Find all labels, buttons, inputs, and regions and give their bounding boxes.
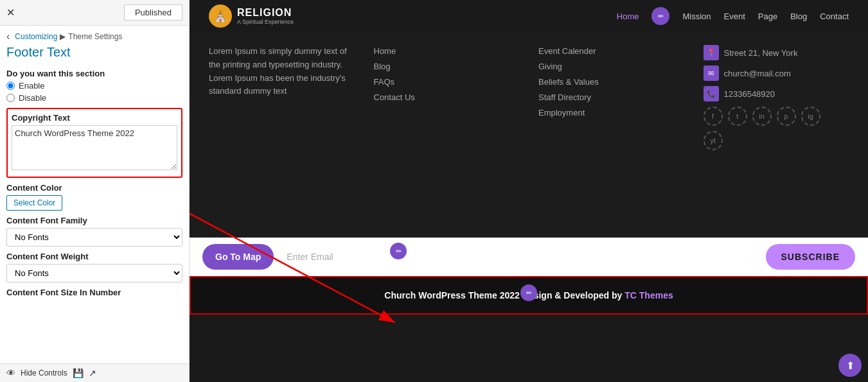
footer-link-home[interactable]: Home bbox=[374, 46, 396, 56]
footer-col-4: 📍 Street 21, New York ✉ church@mail.com … bbox=[704, 45, 849, 150]
twitter-icon[interactable]: t bbox=[728, 107, 747, 126]
hide-controls-bar: 👁 Hide Controls 💾 ↗ bbox=[0, 363, 189, 382]
breadcrumb-customizing[interactable]: Customizing bbox=[15, 32, 57, 41]
list-item: Giving bbox=[538, 60, 684, 72]
contact-email: ✉ church@mail.com bbox=[704, 65, 849, 81]
footer-col-1: Lorem Ipsum is simply dummy text of the … bbox=[209, 45, 355, 150]
external-icon[interactable]: ↗ bbox=[89, 368, 96, 378]
nav-bar: ⛪ RELIGION A Spiritual Experience Home ✏… bbox=[190, 0, 868, 32]
content-font-weight-field: Content Font Weight No Fonts bbox=[6, 252, 182, 282]
save-icon[interactable]: 💾 bbox=[73, 368, 84, 378]
footer-nav-list-1: Home Blog FAQs Contact Us bbox=[374, 45, 520, 103]
pinterest-icon[interactable]: p bbox=[777, 107, 796, 126]
subscribe-section: Go To Map Enter Email SUBSCRIBE bbox=[190, 238, 868, 276]
content-color-label: Content Color bbox=[6, 183, 182, 193]
scroll-up-button[interactable]: ⬆ bbox=[838, 354, 862, 377]
section-enable-label: Do you want this section bbox=[6, 69, 182, 78]
content-font-family-select[interactable]: No Fonts bbox=[6, 228, 182, 247]
footer-link-contact[interactable]: Contact Us bbox=[374, 92, 415, 102]
list-item: Event Calender bbox=[538, 45, 684, 56]
enable-label: Enable bbox=[19, 81, 44, 91]
footer-link-event[interactable]: Event Calender bbox=[538, 46, 596, 56]
phone-icon: 📞 bbox=[704, 86, 719, 101]
email-icon: ✉ bbox=[704, 65, 719, 81]
email-input-area: Enter Email bbox=[274, 252, 765, 262]
footer-link-faqs[interactable]: FAQs bbox=[374, 77, 395, 87]
content-color-field: Content Color Select Color bbox=[6, 183, 182, 211]
list-item: Employment bbox=[538, 107, 684, 118]
linkedin-icon[interactable]: in bbox=[752, 107, 772, 126]
brand-tagline: A Spiritual Experience bbox=[237, 19, 294, 25]
subscribe-edit-pencil[interactable]: ✏ bbox=[390, 243, 407, 259]
youtube-icon[interactable]: yt bbox=[704, 131, 723, 150]
facebook-icon[interactable]: f bbox=[704, 107, 723, 126]
content-font-family-field: Content Font Family No Fonts bbox=[6, 216, 182, 247]
footer-col-3: Event Calender Giving Beliefs & Values S… bbox=[538, 45, 684, 150]
close-icon[interactable]: ✕ bbox=[6, 6, 15, 19]
content-area: Lorem Ipsum is simply dummy text of the … bbox=[190, 32, 868, 382]
footer-cols-row: Lorem Ipsum is simply dummy text of the … bbox=[190, 32, 868, 157]
content-font-family-label: Content Font Family bbox=[6, 216, 182, 225]
content-font-weight-select[interactable]: No Fonts bbox=[6, 264, 182, 282]
select-color-button[interactable]: Select Color bbox=[6, 195, 62, 211]
location-icon: 📍 bbox=[704, 45, 719, 60]
nav-links: Home ✏ Mission Event Page Blog Contact bbox=[617, 7, 849, 25]
breadcrumb-theme-settings: Theme Settings bbox=[68, 32, 122, 41]
footer-col-2: Home Blog FAQs Contact Us bbox=[374, 45, 520, 150]
nav-link-event[interactable]: Event bbox=[724, 12, 745, 21]
disable-radio[interactable] bbox=[6, 94, 15, 102]
footer-link-giving[interactable]: Giving bbox=[538, 62, 562, 71]
footer-wrapper: Lorem Ipsum is simply dummy text of the … bbox=[190, 32, 868, 238]
page-title: Footer Text bbox=[0, 44, 189, 64]
footer-link-staff[interactable]: Staff Directory bbox=[538, 92, 591, 102]
panel-content: Do you want this section Enable Disable … bbox=[0, 64, 189, 305]
nav-edit-pencil[interactable]: ✏ bbox=[651, 7, 669, 25]
footer-link-employment[interactable]: Employment bbox=[538, 108, 585, 117]
list-item: Blog bbox=[374, 60, 520, 72]
nav-link-home[interactable]: Home bbox=[617, 12, 639, 21]
section-enable-field: Do you want this section Enable Disable bbox=[6, 69, 182, 103]
social-icons: f t in p ig bbox=[704, 107, 849, 126]
subscribe-button[interactable]: SUBSCRIBE bbox=[766, 244, 855, 270]
phone-text: 12336548920 bbox=[724, 89, 775, 99]
published-button[interactable]: Published bbox=[124, 4, 182, 21]
logo-icon: ⛪ bbox=[209, 4, 232, 28]
enable-radio-item[interactable]: Enable bbox=[6, 81, 182, 91]
hide-controls-label[interactable]: Hide Controls bbox=[21, 369, 67, 378]
email-placeholder: Enter Email bbox=[287, 252, 333, 262]
copyright-label: Copyright Text bbox=[12, 113, 177, 123]
footer-nav-list-2: Event Calender Giving Beliefs & Values S… bbox=[538, 45, 684, 118]
list-item: Home bbox=[374, 45, 520, 56]
content-font-size-label: Content Font Size In Number bbox=[6, 288, 182, 297]
contact-address: 📍 Street 21, New York bbox=[704, 45, 849, 60]
enable-radio[interactable] bbox=[6, 82, 15, 90]
instagram-icon[interactable]: ig bbox=[801, 107, 820, 126]
breadcrumb: ‹ Customizing ▶ Theme Settings bbox=[0, 26, 189, 44]
content-font-size-field: Content Font Size In Number bbox=[6, 288, 182, 300]
nav-link-contact[interactable]: Contact bbox=[820, 12, 849, 21]
copyright-text-field: Copyright Text Church WordPress Theme 20… bbox=[6, 108, 182, 178]
copyright-edit-pencil[interactable]: ✏ bbox=[520, 284, 537, 301]
hide-icon[interactable]: 👁 bbox=[6, 368, 15, 378]
list-item: Beliefs & Values bbox=[538, 76, 684, 87]
copyright-textarea[interactable]: Church WordPress Theme 2022 bbox=[12, 125, 177, 170]
nav-link-page[interactable]: Page bbox=[758, 12, 777, 21]
list-item: FAQs bbox=[374, 76, 520, 87]
copyright-text-main: Church WordPress Theme 2022 Design & Dev… bbox=[384, 290, 624, 300]
footer-link-beliefs[interactable]: Beliefs & Values bbox=[538, 77, 599, 87]
back-button[interactable]: ‹ bbox=[6, 31, 10, 42]
nav-logo: ⛪ RELIGION A Spiritual Experience bbox=[209, 4, 294, 28]
disable-radio-item[interactable]: Disable bbox=[6, 93, 182, 103]
logo-text: RELIGION A Spiritual Experience bbox=[237, 7, 294, 25]
breadcrumb-separator: ▶ bbox=[60, 32, 66, 41]
go-to-map-button[interactable]: Go To Map bbox=[202, 244, 274, 270]
nav-link-blog[interactable]: Blog bbox=[790, 12, 807, 21]
list-item: Contact Us bbox=[374, 91, 520, 103]
footer-link-blog[interactable]: Blog bbox=[374, 62, 391, 71]
top-bar: ✕ Published bbox=[0, 0, 189, 26]
brand-name: RELIGION bbox=[237, 7, 294, 19]
nav-link-mission[interactable]: Mission bbox=[682, 12, 711, 21]
footer-lorem-text: Lorem Ipsum is simply dummy text of the … bbox=[209, 45, 355, 98]
enable-disable-group: Enable Disable bbox=[6, 81, 182, 103]
email-text: church@mail.com bbox=[724, 69, 791, 78]
